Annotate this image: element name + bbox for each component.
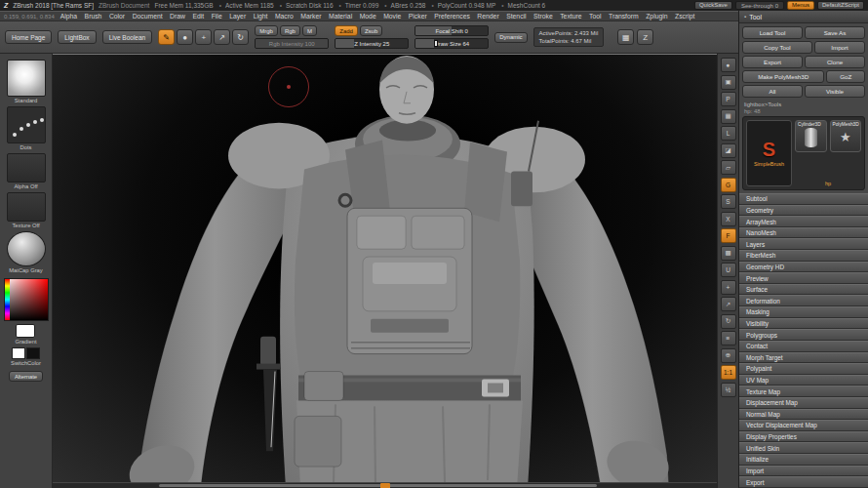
menu-item[interactable]: Texture: [560, 13, 581, 20]
current-texture-thumbnail[interactable]: [7, 192, 46, 222]
bpr-render-icon[interactable]: ●: [721, 58, 736, 72]
menu-item[interactable]: Movie: [383, 13, 401, 20]
import-button[interactable]: Import: [814, 41, 865, 54]
menu-item[interactable]: Render: [477, 13, 498, 20]
menu-item[interactable]: Transform: [609, 13, 639, 20]
zadd-button[interactable]: Zadd: [335, 25, 358, 36]
tool-section-header[interactable]: Initialize: [739, 454, 868, 466]
tool-palette-header[interactable]: ▪ Tool: [739, 11, 868, 23]
current-alpha-thumbnail[interactable]: [7, 153, 46, 183]
tool-section-header[interactable]: Geometry HD: [739, 262, 868, 273]
secondary-color-swatch[interactable]: [26, 347, 40, 359]
rotate-button[interactable]: ↻: [232, 29, 249, 45]
dynamic-toggle[interactable]: Dynamic: [494, 32, 527, 43]
tool-section-header[interactable]: Subtool: [739, 193, 868, 205]
menu-item[interactable]: Document: [133, 13, 163, 20]
menu-item[interactable]: Zscript: [675, 13, 694, 20]
copy-tool-button[interactable]: Copy Tool: [742, 41, 812, 54]
see-through-slider[interactable]: See-through 0: [735, 1, 784, 10]
menu-item[interactable]: Stroke: [533, 13, 553, 20]
tool-item-polymesh3d[interactable]: PolyMesh3D ★: [830, 120, 862, 152]
live-boolean-button[interactable]: Live Boolean: [102, 30, 153, 44]
tool-section-header[interactable]: Contact: [739, 341, 868, 352]
menu-item[interactable]: Mode: [360, 13, 376, 20]
save-as-button[interactable]: Save As: [805, 26, 865, 39]
menu-item[interactable]: Draw: [170, 13, 185, 20]
load-tool-button[interactable]: Load Tool: [742, 26, 803, 39]
tool-section-header[interactable]: Polygroups: [739, 329, 868, 341]
xpose-icon[interactable]: X: [721, 212, 736, 226]
uv-check-icon[interactable]: U: [721, 263, 736, 277]
tool-section-header[interactable]: ArrayMesh: [739, 216, 868, 227]
main-color-swatch[interactable]: [12, 347, 25, 359]
actual-size-icon[interactable]: 1:1: [721, 365, 736, 380]
perspective-icon[interactable]: P: [721, 92, 736, 106]
viewport-canvas[interactable]: [53, 54, 717, 488]
menu-item[interactable]: Zplugin: [646, 13, 667, 20]
tool-section-header[interactable]: Geometry: [739, 205, 868, 217]
export-button[interactable]: Export: [742, 56, 803, 68]
scrollbar-handle[interactable]: [159, 484, 597, 487]
local-symmetry-icon[interactable]: L: [721, 126, 736, 141]
current-brush-thumbnail[interactable]: [7, 60, 46, 97]
goz-visible-button[interactable]: Visible: [805, 85, 865, 98]
menu-item[interactable]: File: [212, 13, 222, 20]
scrollbar-marker[interactable]: [380, 483, 390, 488]
menu-item[interactable]: Stencil: [506, 13, 526, 20]
polyframe-icon[interactable]: ▩: [721, 246, 736, 261]
menu-item[interactable]: Preferences: [434, 13, 470, 20]
draw-pointer-button[interactable]: ●: [177, 29, 193, 45]
knife[interactable]: [256, 337, 280, 451]
goz-button[interactable]: GoZ: [826, 70, 865, 83]
menu-item[interactable]: Color: [109, 13, 125, 20]
scale-canvas-icon[interactable]: ↗: [721, 297, 736, 311]
menu-item[interactable]: Marker: [300, 13, 321, 20]
zsub-button[interactable]: Zsub: [360, 25, 382, 36]
menu-item[interactable]: Macro: [275, 13, 294, 20]
menu-item[interactable]: Light: [254, 13, 268, 20]
lightbox-tools-link[interactable]: lightbox>Tools: [744, 102, 781, 107]
move-canvas-icon[interactable]: +: [721, 280, 736, 295]
slider-knob[interactable]: [434, 40, 438, 47]
m-button[interactable]: M: [302, 25, 317, 36]
menu-item[interactable]: Brush: [85, 13, 102, 20]
tool-section-header[interactable]: Morph Target: [739, 352, 868, 364]
tool-section-header[interactable]: Texture Map: [739, 386, 868, 397]
goz-all-button[interactable]: All: [742, 85, 803, 98]
tool-section-header[interactable]: Preview: [739, 272, 868, 284]
menu-item[interactable]: Edit: [192, 13, 204, 20]
menu-item[interactable]: Layer: [229, 13, 246, 20]
floor-grid-icon[interactable]: ▦: [721, 109, 736, 124]
tool-section-header[interactable]: Display Properties: [739, 431, 868, 443]
tool-section-header[interactable]: Unified Skin: [739, 442, 868, 454]
see-through-icon[interactable]: ◪: [721, 143, 736, 158]
ghost-transparency-icon[interactable]: G: [721, 178, 736, 192]
aa-half-icon[interactable]: ½: [721, 383, 736, 397]
tool-section-header[interactable]: Layers: [739, 238, 868, 250]
draw-size-slider[interactable]: Draw Size 64: [414, 38, 489, 49]
make-polymesh3d-button[interactable]: Make PolyMesh3D: [742, 70, 824, 83]
tool-item-cylinder3d[interactable]: Cylinder3D: [795, 120, 827, 152]
best-preview-render-icon[interactable]: ▣: [721, 75, 736, 90]
hue-strip[interactable]: [5, 279, 10, 320]
mrgb-button[interactable]: Mrgb: [255, 25, 278, 36]
current-material-thumbnail[interactable]: [7, 231, 46, 266]
tool-section-header[interactable]: Deformation: [739, 295, 868, 306]
lightbox-button[interactable]: LightBox: [58, 30, 96, 44]
color-picker[interactable]: [4, 278, 49, 321]
tool-section-header[interactable]: FiberMesh: [739, 250, 868, 262]
menu-item[interactable]: Tool: [589, 13, 601, 20]
tool-section-header[interactable]: Import: [739, 466, 868, 477]
rgb-intensity-slider[interactable]: Rgb Intensity 100: [255, 38, 329, 49]
focal-shift-slider[interactable]: Focal Shift 0: [414, 25, 489, 36]
belt[interactable]: [298, 372, 521, 401]
alternate-button[interactable]: Alternate: [9, 371, 43, 382]
right-arm[interactable]: [515, 152, 674, 488]
tool-section-header[interactable]: Displacement Map: [739, 397, 868, 409]
frame-icon[interactable]: F: [721, 228, 736, 243]
gradient-swatch[interactable]: [16, 324, 35, 338]
zoom-canvas-icon[interactable]: ⊕: [721, 348, 736, 363]
transparency-icon[interactable]: ▱: [721, 160, 736, 175]
soldier-model[interactable]: [53, 55, 717, 488]
active-tool-thumbnail[interactable]: S SimpleBrush: [746, 120, 792, 186]
